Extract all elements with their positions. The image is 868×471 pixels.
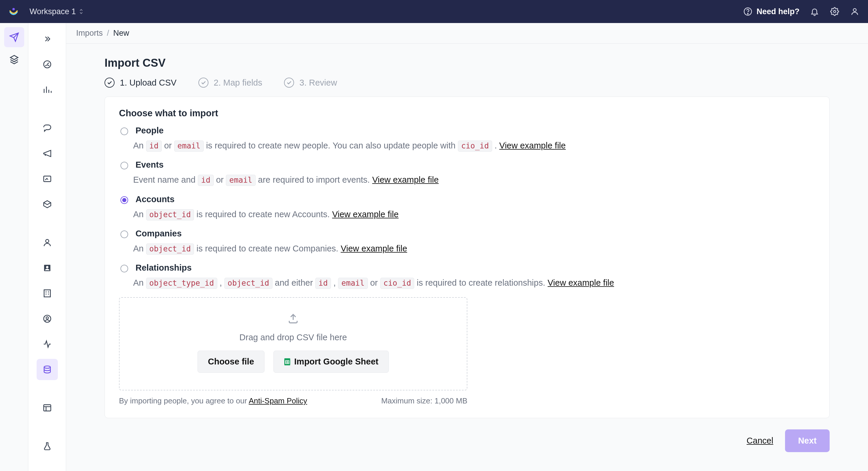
example-file-link[interactable]: View example file xyxy=(332,210,399,219)
option-label: Events xyxy=(135,160,163,170)
sidebar-item-content[interactable] xyxy=(37,397,58,418)
svg-point-12 xyxy=(46,317,49,319)
policy-pretext: By importing people, you agree to our xyxy=(119,396,249,405)
file-dropzone[interactable]: Drag and drop CSV file here Choose file … xyxy=(119,297,467,390)
step-upload[interactable]: 1. Upload CSV xyxy=(104,77,177,88)
example-file-link[interactable]: View example file xyxy=(341,244,407,253)
choose-file-label: Choose file xyxy=(208,357,254,367)
sidebar-item-data[interactable] xyxy=(37,359,58,380)
code-object-id: object_id xyxy=(146,244,194,255)
radio-accounts[interactable] xyxy=(120,196,128,204)
step-label: 2. Map fields xyxy=(214,78,262,88)
sidebar-item-segments[interactable] xyxy=(37,308,58,329)
code-email: email xyxy=(174,140,204,152)
breadcrumb: Imports / New xyxy=(66,23,868,44)
radio-events[interactable] xyxy=(120,162,128,169)
svg-rect-10 xyxy=(44,290,50,297)
top-nav: Workspace 1 Need help? xyxy=(0,0,868,23)
sidebar-item-broadcasts[interactable] xyxy=(37,143,58,164)
rail-item-send[interactable] xyxy=(4,27,24,47)
step-label: 3. Review xyxy=(299,78,337,88)
option-label: People xyxy=(135,126,163,135)
example-file-link[interactable]: View example file xyxy=(372,175,439,184)
cancel-button[interactable]: Cancel xyxy=(747,436,773,446)
check-circle-icon xyxy=(104,77,115,88)
sidebar-item-people[interactable] xyxy=(37,232,58,253)
breadcrumb-current: New xyxy=(113,29,129,38)
check-circle-icon xyxy=(284,77,294,88)
svg-rect-14 xyxy=(44,405,51,411)
rail-item-layers[interactable] xyxy=(4,50,24,70)
sidebar-item-dashboard[interactable] xyxy=(37,54,58,75)
dropzone-notes: By importing people, you agree to our An… xyxy=(119,396,467,406)
step-review[interactable]: 3. Review xyxy=(284,77,337,88)
anti-spam-policy-link[interactable]: Anti-Spam Policy xyxy=(249,396,307,405)
svg-point-4 xyxy=(853,8,856,11)
svg-point-2 xyxy=(748,13,748,14)
code-id: id xyxy=(146,140,162,152)
check-circle-icon xyxy=(198,77,209,88)
next-button[interactable]: Next xyxy=(785,429,830,452)
code-object-id: object_id xyxy=(146,209,194,220)
radio-people[interactable] xyxy=(120,127,128,135)
option-relationships-desc: An object_type_id , object_id and either… xyxy=(133,276,815,290)
code-cio-id: cio_id xyxy=(458,140,492,152)
chevron-up-down-icon xyxy=(79,8,84,15)
upload-icon xyxy=(287,313,299,324)
max-size-text: Maximum size: 1,000 MB xyxy=(381,396,467,406)
wizard-steps: 1. Upload CSV 2. Map fields 3. Review xyxy=(104,77,830,88)
radio-companies[interactable] xyxy=(120,230,128,238)
example-file-link[interactable]: View example file xyxy=(499,141,566,150)
sidebar-item-companies[interactable] xyxy=(37,283,58,304)
sidebar-item-contacts[interactable] xyxy=(37,257,58,279)
choose-file-button[interactable]: Choose file xyxy=(197,351,264,373)
example-file-link[interactable]: View example file xyxy=(548,278,614,287)
gear-icon[interactable] xyxy=(830,6,840,17)
option-people-desc: An id or email is required to create new… xyxy=(133,138,815,153)
code-object-type-id: object_type_id xyxy=(146,278,217,289)
code-cio-id: cio_id xyxy=(380,278,414,289)
sidebar-item-experiments[interactable] xyxy=(37,436,58,457)
section-title: Choose what to import xyxy=(119,108,815,119)
option-label: Accounts xyxy=(135,194,175,204)
page-title: Import CSV xyxy=(104,57,830,69)
option-companies-desc: An object_id is required to create new C… xyxy=(133,242,815,256)
sidebar-item-deliveries[interactable] xyxy=(37,194,58,215)
profile-icon[interactable] xyxy=(850,6,860,17)
option-label: Companies xyxy=(135,229,182,239)
sidebar-item-activity[interactable] xyxy=(37,334,58,355)
sidebar-item-analytics[interactable] xyxy=(37,79,58,100)
sidebar-item-journeys[interactable] xyxy=(37,118,58,139)
import-google-sheet-button[interactable]: Import Google Sheet xyxy=(273,351,389,373)
dropzone-text: Drag and drop CSV file here xyxy=(240,333,347,342)
option-label: Relationships xyxy=(135,263,192,273)
code-email: email xyxy=(338,278,368,289)
bell-icon[interactable] xyxy=(810,6,819,17)
option-relationships[interactable]: Relationships xyxy=(119,263,815,273)
option-accounts-desc: An object_id is required to create new A… xyxy=(133,207,815,222)
radio-relationships[interactable] xyxy=(120,265,128,272)
need-help-label: Need help? xyxy=(756,7,800,16)
option-events-desc: Event name and id or email are required … xyxy=(133,172,815,187)
option-accounts[interactable]: Accounts xyxy=(119,194,815,204)
option-companies[interactable]: Companies xyxy=(119,229,815,239)
need-help-button[interactable]: Need help? xyxy=(743,6,800,17)
secondary-sidebar xyxy=(28,23,66,471)
svg-point-3 xyxy=(833,10,836,13)
code-id: id xyxy=(315,278,331,289)
svg-point-0 xyxy=(12,8,15,10)
breadcrumb-root[interactable]: Imports xyxy=(76,29,103,38)
primary-rail xyxy=(0,23,28,471)
workspace-switcher[interactable]: Workspace 1 xyxy=(30,7,84,16)
option-people[interactable]: People xyxy=(119,126,815,135)
svg-point-7 xyxy=(45,239,49,243)
step-label: 1. Upload CSV xyxy=(120,78,177,88)
code-email: email xyxy=(226,175,255,186)
code-id: id xyxy=(198,175,213,186)
sidebar-expand-button[interactable] xyxy=(37,28,58,50)
google-sheet-icon xyxy=(284,358,291,366)
option-events[interactable]: Events xyxy=(119,160,815,170)
import-card: Choose what to import People An id or em… xyxy=(104,96,830,418)
sidebar-item-transactional[interactable] xyxy=(37,168,58,189)
step-map[interactable]: 2. Map fields xyxy=(198,77,262,88)
